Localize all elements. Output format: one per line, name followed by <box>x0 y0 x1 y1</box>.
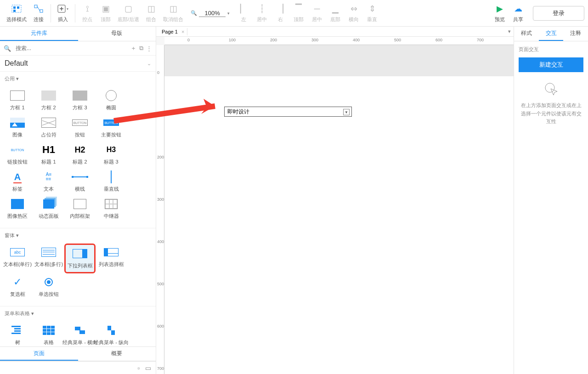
shape-item[interactable]: 树 <box>2 322 33 346</box>
tab-interact[interactable]: 交互 <box>539 27 564 41</box>
section-form[interactable]: 窗体 ▾ <box>0 228 156 241</box>
shape-item[interactable]: 文本框(多行) <box>33 244 64 273</box>
shape-item[interactable]: A标签 <box>2 168 33 195</box>
plus-box-icon: ▾ <box>57 3 68 14</box>
search-icon: 🔍 <box>191 10 197 16</box>
canvas-dropdown[interactable]: 即时设计 ▼ <box>224 107 352 117</box>
points-button[interactable]: ⟟控点 <box>78 1 96 25</box>
shape-item[interactable]: 单选按钮 <box>33 273 64 300</box>
ruler-vertical: 0100200300400500600700 <box>156 45 164 374</box>
svg-rect-2 <box>17 6 19 9</box>
cursor-box-icon <box>11 3 22 14</box>
preview-button[interactable]: ▶预览 <box>491 1 509 25</box>
tab-library[interactable]: 元件库 <box>0 27 78 41</box>
svg-rect-5 <box>40 10 43 12</box>
add-icon[interactable]: ＋ <box>130 44 136 52</box>
connect-icon <box>33 3 44 14</box>
shape-item[interactable]: 占位符 <box>33 114 64 141</box>
canvas[interactable]: 即时设计 ▼ <box>164 45 514 374</box>
copy-icon[interactable]: ⧉ <box>139 45 143 52</box>
close-icon[interactable]: × <box>181 29 184 34</box>
shape-item[interactable]: H2标题 2 <box>64 141 96 168</box>
shape-item[interactable]: 垂直线 <box>96 168 127 195</box>
shape-item[interactable]: 方框 1 <box>2 87 33 114</box>
shape-item[interactable]: ✓复选框 <box>2 273 33 300</box>
folder-icon[interactable]: ▭ <box>145 364 151 372</box>
play-icon: ▶ <box>494 3 505 14</box>
shape-item[interactable]: 经典菜单 - 横向 <box>64 322 96 346</box>
more-icon[interactable]: ⋮ <box>146 45 152 52</box>
shape-item[interactable]: 图像 <box>2 114 33 141</box>
shape-item[interactable]: BUTTON按钮 <box>64 114 96 141</box>
bottom-button[interactable]: ▢底部/后退 <box>115 1 142 25</box>
shape-item[interactable]: BUTTON链接按钮 <box>2 141 33 168</box>
align-middle-button[interactable]: ─居中 <box>308 1 326 25</box>
ungroup-icon: ◫ <box>168 3 179 14</box>
shape-item[interactable]: 椭圆 <box>96 87 127 114</box>
align-right-button[interactable]: ▕右 <box>271 1 289 25</box>
tab-master[interactable]: 母版 <box>78 27 156 41</box>
points-icon: ⟟ <box>82 3 93 14</box>
chevron-down-icon[interactable]: ▾ <box>508 28 511 34</box>
ungroup-button[interactable]: ◫取消组合 <box>160 1 186 25</box>
align-top-icon: ▔ <box>293 3 304 14</box>
shape-item[interactable]: 动态面板 <box>33 195 64 222</box>
shape-item[interactable]: A≡≡≡文本 <box>33 168 64 195</box>
tab-pages[interactable]: 页面 <box>0 347 78 361</box>
align-bottom-icon: ▁ <box>330 3 341 14</box>
cloud-icon: ☁ <box>513 3 524 14</box>
search-input[interactable] <box>14 43 128 53</box>
section-menu[interactable]: 菜单和表格 ▾ <box>0 306 156 319</box>
shape-item[interactable]: H1标题 1 <box>33 141 64 168</box>
new-interaction-button[interactable]: 新建交互 <box>519 57 583 72</box>
group-button[interactable]: ◫组合 <box>142 1 160 25</box>
bring-front-icon: ▣ <box>100 3 111 14</box>
shape-item[interactable]: H3标题 3 <box>96 141 127 168</box>
page-tab[interactable]: Page 1 × <box>159 28 187 35</box>
svg-point-7 <box>545 83 554 92</box>
login-button[interactable]: 登录 <box>533 6 584 21</box>
select-mode-button[interactable]: 选择模式 <box>4 1 29 25</box>
shape-item[interactable]: 下拉列表框 <box>64 244 96 273</box>
align-bottom-button[interactable]: ▁底部 <box>326 1 345 25</box>
align-left-icon: ▏ <box>238 3 249 14</box>
section-common[interactable]: 公用 ▾ <box>0 72 156 84</box>
dist-h-icon: ⇔ <box>348 3 359 14</box>
insert-button[interactable]: ▾ 插入 <box>54 1 72 25</box>
share-button[interactable]: ☁共享 <box>509 1 527 25</box>
align-center-icon: ┆ <box>256 3 267 14</box>
zoom-control[interactable]: 🔍 100% ▾ <box>186 10 234 17</box>
shape-item[interactable]: abc文本框(单行) <box>2 244 33 273</box>
shape-item[interactable]: 列表选择框 <box>96 244 127 273</box>
shape-item[interactable]: 方框 2 <box>33 87 64 114</box>
shape-item[interactable]: 横线 <box>64 168 96 195</box>
shape-item[interactable]: 内部框架 <box>64 195 96 222</box>
svg-rect-3 <box>13 10 16 12</box>
chevron-updown-icon: ⌄ <box>147 61 151 67</box>
shape-item[interactable]: BUTTON主要按钮 <box>96 114 127 141</box>
shape-item[interactable]: 中继器 <box>96 195 127 222</box>
ruler-horizontal: 0100200300400500600700800 <box>164 37 514 45</box>
dist-v-icon: ⇕ <box>367 3 378 14</box>
top-button[interactable]: ▣顶部 <box>96 1 115 25</box>
svg-rect-1 <box>13 6 16 9</box>
connect-button[interactable]: 连接 <box>29 1 48 25</box>
tab-outline[interactable]: 概要 <box>78 347 156 361</box>
canvas-area: Page 1 × ▾ 0100200300400500600700800 010… <box>156 27 514 374</box>
align-top-button[interactable]: ▔顶部 <box>289 1 308 25</box>
shape-item[interactable]: 表格 <box>33 322 64 346</box>
shape-item[interactable]: 经典菜单 - 纵向 <box>96 322 127 346</box>
send-back-icon: ▢ <box>123 3 134 14</box>
dist-h-button[interactable]: ⇔横向 <box>345 1 363 25</box>
library-selector[interactable]: Default ⌄ <box>0 56 156 72</box>
tab-style[interactable]: 样式 <box>514 27 539 41</box>
align-center-button[interactable]: ┆居中 <box>253 1 271 25</box>
add-page-icon[interactable]: ▫ <box>137 364 140 372</box>
shape-item[interactable]: 方框 3 <box>64 87 96 114</box>
align-left-button[interactable]: ▏左 <box>234 1 253 25</box>
dist-v-button[interactable]: ⇕垂直 <box>363 1 381 25</box>
tab-note[interactable]: 注释 <box>563 27 588 41</box>
hint-block: 在上方添加页面交互或在上选择一个元件以使该元有交互性 <box>519 81 583 126</box>
align-right-icon: ▕ <box>275 3 286 14</box>
shape-item[interactable]: 图像热区 <box>2 195 33 222</box>
